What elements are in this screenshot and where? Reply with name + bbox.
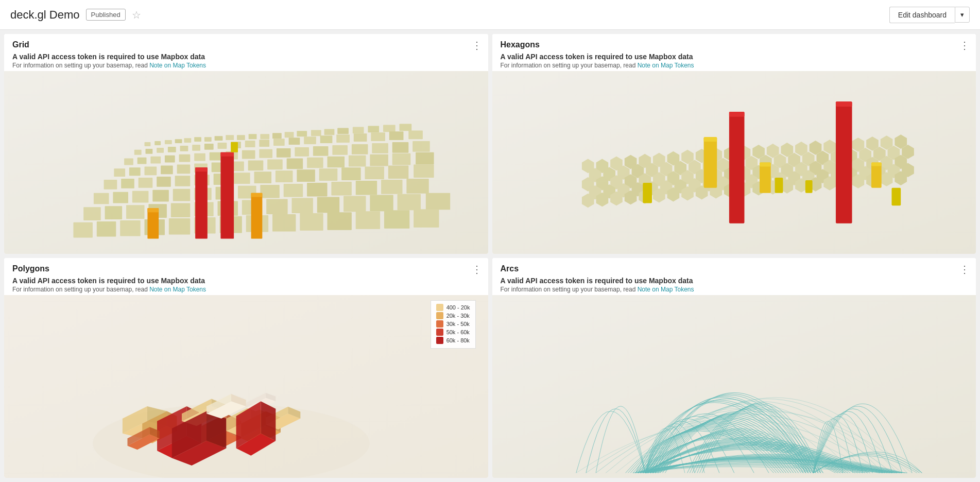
arcs-panel-menu-icon[interactable]: ⋮ — [959, 264, 970, 274]
star-icon[interactable]: ☆ — [132, 9, 141, 21]
svg-rect-41 — [408, 130, 423, 139]
edit-dashboard-dropdown-button[interactable]: ▾ — [955, 7, 970, 23]
svg-rect-125 — [120, 220, 140, 236]
svg-rect-38 — [354, 133, 367, 142]
svg-rect-265 — [760, 163, 771, 193]
svg-rect-50 — [242, 150, 255, 159]
polygons-panel-menu-icon[interactable]: ⋮ — [472, 264, 482, 274]
grid-svg — [4, 71, 488, 254]
hexagons-svg — [492, 71, 976, 254]
grid-panel-header: Grid ⋮ A valid API access token is requi… — [4, 34, 488, 71]
legend-item-4: 50k - 60k — [436, 329, 470, 336]
grid-panel-menu-icon[interactable]: ⋮ — [472, 40, 482, 50]
hexagons-panel-menu-icon[interactable]: ⋮ — [959, 40, 970, 50]
hexagons-panel-header: Hexagons ⋮ A valid API access token is r… — [492, 34, 976, 71]
svg-rect-141 — [220, 152, 234, 239]
arcs-note-link[interactable]: Note on Map Tokens — [638, 286, 694, 293]
svg-rect-123 — [73, 222, 92, 238]
svg-rect-44 — [150, 157, 161, 164]
svg-rect-127 — [169, 218, 190, 235]
svg-rect-268 — [835, 101, 852, 107]
svg-rect-72 — [328, 157, 345, 168]
svg-rect-271 — [643, 183, 652, 203]
svg-rect-2 — [165, 140, 172, 144]
svg-rect-28 — [204, 144, 214, 150]
svg-rect-10 — [249, 134, 257, 139]
svg-rect-77 — [104, 180, 117, 190]
svg-rect-22 — [134, 150, 142, 155]
hexagons-alert-title: A valid API access token is required to … — [501, 53, 968, 61]
svg-rect-101 — [260, 185, 279, 198]
published-badge: Published — [86, 9, 126, 21]
svg-rect-61 — [129, 167, 141, 176]
svg-rect-45 — [165, 156, 175, 163]
polygons-note-link[interactable]: Note on Map Tokens — [149, 286, 206, 293]
arcs-alert-body: For information on setting up your basem… — [501, 286, 968, 293]
polygons-legend: 400 - 20k 20k - 30k 30k - 50k 50k - 60k … — [431, 300, 476, 349]
hexagons-note-link[interactable]: Note on Map Tokens — [638, 62, 694, 69]
svg-rect-139 — [195, 167, 208, 238]
svg-rect-86 — [276, 170, 293, 182]
svg-rect-119 — [343, 196, 366, 212]
svg-rect-39 — [371, 132, 385, 141]
hexagons-panel-title: Hexagons — [501, 40, 540, 49]
svg-rect-1 — [154, 141, 161, 145]
svg-rect-47 — [194, 153, 205, 161]
svg-rect-42 — [124, 159, 133, 165]
svg-rect-107 — [406, 179, 428, 194]
svg-rect-17 — [337, 128, 349, 134]
svg-rect-8 — [226, 135, 234, 140]
svg-rect-55 — [332, 145, 348, 155]
svg-rect-35 — [304, 136, 316, 144]
grid-note-link[interactable]: Note on Map Tokens — [149, 62, 206, 69]
svg-rect-46 — [179, 154, 191, 162]
svg-rect-142 — [220, 152, 234, 157]
polygons-alert-body: For information on setting up your basem… — [12, 286, 480, 293]
legend-label-1: 400 - 20k — [446, 304, 470, 311]
svg-rect-134 — [356, 211, 380, 229]
svg-rect-75 — [392, 153, 411, 165]
hexagons-visualization — [492, 71, 976, 254]
svg-rect-97 — [173, 189, 191, 201]
svg-rect-16 — [324, 129, 335, 135]
svg-rect-273 — [805, 180, 812, 193]
svg-rect-92 — [414, 164, 434, 178]
svg-rect-78 — [121, 179, 134, 188]
svg-rect-90 — [365, 166, 384, 179]
svg-rect-95 — [132, 191, 149, 203]
arcs-panel: Arcs ⋮ A valid API access token is requi… — [492, 258, 976, 478]
edit-dashboard-button[interactable]: Edit dashboard — [889, 7, 955, 23]
grid-alert-title: A valid API access token is required to … — [12, 53, 480, 61]
svg-rect-117 — [292, 198, 313, 214]
svg-rect-56 — [352, 144, 368, 154]
svg-rect-102 — [284, 184, 303, 197]
legend-item-1: 400 - 20k — [436, 304, 470, 311]
svg-rect-58 — [392, 142, 409, 153]
polygons-panel: Polygons ⋮ A valid API access token is r… — [4, 258, 488, 478]
svg-rect-14 — [297, 131, 307, 136]
svg-rect-63 — [161, 165, 173, 174]
svg-rect-135 — [384, 210, 409, 229]
legend-item-5: 60k - 80k — [436, 337, 470, 344]
legend-color-5 — [436, 337, 443, 344]
svg-rect-40 — [389, 131, 404, 140]
svg-rect-9 — [237, 135, 245, 140]
legend-label-4: 50k - 60k — [446, 329, 470, 335]
grid-panel-title: Grid — [12, 40, 29, 49]
legend-label-5: 60k - 80k — [446, 337, 470, 343]
svg-rect-27 — [192, 145, 200, 151]
svg-rect-3 — [175, 139, 182, 143]
svg-rect-20 — [383, 125, 396, 132]
svg-rect-34 — [289, 137, 300, 145]
legend-label-2: 20k - 30k — [446, 313, 470, 319]
svg-rect-121 — [398, 194, 421, 211]
svg-rect-106 — [381, 180, 402, 194]
svg-rect-0 — [145, 142, 151, 146]
svg-rect-37 — [336, 134, 350, 143]
arcs-panel-title: Arcs — [501, 264, 519, 273]
svg-rect-93 — [94, 193, 109, 204]
svg-rect-124 — [97, 221, 116, 237]
svg-rect-116 — [266, 199, 287, 215]
svg-rect-21 — [400, 124, 412, 131]
svg-rect-54 — [313, 146, 329, 156]
